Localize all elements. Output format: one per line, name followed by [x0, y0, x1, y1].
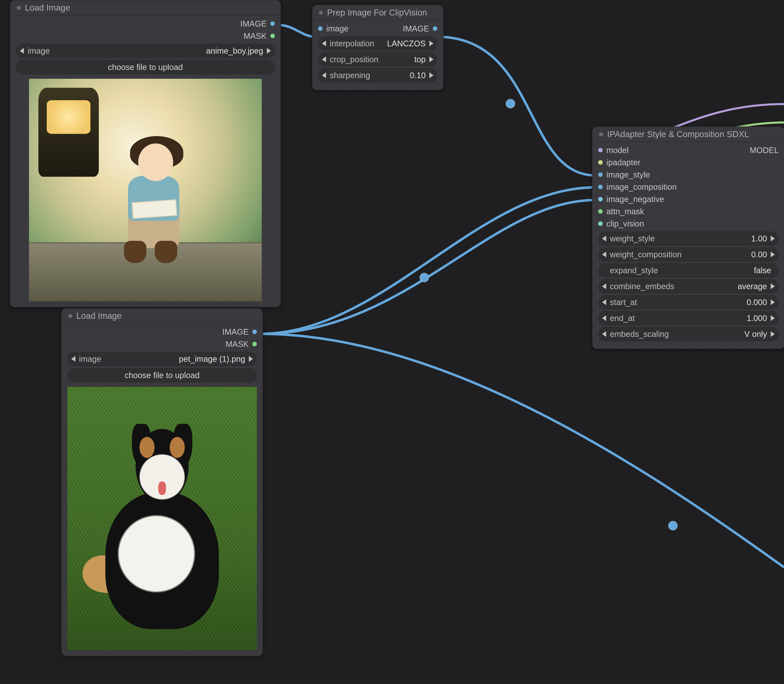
collapse-dot-icon[interactable] [68, 314, 72, 318]
chevron-right-icon[interactable] [771, 284, 775, 289]
svg-point-0 [506, 99, 515, 108]
widget-label: sharpening [330, 71, 370, 80]
node-title[interactable]: Load Image [61, 308, 263, 324]
weight-style-input[interactable]: weight_style 1.00 [598, 231, 779, 246]
chevron-right-icon[interactable] [771, 331, 775, 337]
svg-point-2 [668, 521, 677, 530]
chevron-right-icon[interactable] [771, 315, 775, 321]
node-title[interactable]: IPAdapter Style & Composition SDXL [593, 127, 784, 142]
upload-button[interactable]: choose file to upload [67, 368, 257, 382]
widget-value: anime_boy.jpeg [206, 46, 263, 55]
preview-image [29, 79, 262, 301]
image-selector[interactable]: image anime_boy.jpeg [16, 44, 275, 58]
widget-label: end_at [610, 314, 635, 323]
chevron-left-icon[interactable] [602, 331, 606, 337]
widget-value: 0.000 [747, 298, 767, 307]
chevron-right-icon[interactable] [771, 299, 775, 305]
input-attn-mask[interactable]: attn_mask [598, 205, 677, 218]
node-title[interactable]: Prep Image For ClipVision [312, 5, 443, 20]
crop-position-selector[interactable]: crop_position top [318, 52, 437, 66]
socket-icon[interactable] [598, 197, 603, 202]
input-label: image [326, 24, 349, 33]
button-label: choose file to upload [108, 63, 183, 72]
widget-value: LANCZOS [387, 39, 426, 48]
collapse-dot-icon[interactable] [599, 132, 603, 136]
node-ipadapter-style-composition[interactable]: IPAdapter Style & Composition SDXL model… [592, 126, 784, 349]
node-load-image-1[interactable]: Load Image IMAGE MASK image anime_boy.jp… [10, 0, 281, 307]
chevron-left-icon[interactable] [602, 236, 606, 241]
sharpening-input[interactable]: sharpening 0.10 [318, 68, 437, 82]
chevron-left-icon[interactable] [602, 284, 606, 289]
combine-embeds-selector[interactable]: combine_embeds average [598, 279, 779, 294]
socket-icon[interactable] [598, 173, 603, 177]
end-at-input[interactable]: end_at 1.000 [598, 311, 779, 325]
widget-value: false [754, 266, 771, 275]
image-selector[interactable]: image pet_image (1).png [67, 352, 257, 366]
socket-icon[interactable] [598, 185, 603, 189]
chevron-left-icon[interactable] [602, 299, 606, 305]
embeds-scaling-selector[interactable]: embeds_scaling V only [598, 327, 779, 341]
input-image-style[interactable]: image_style [598, 169, 677, 181]
socket-icon[interactable] [598, 221, 603, 226]
input-label: clip_vision [606, 219, 644, 228]
socket-icon[interactable] [270, 34, 275, 38]
input-ipadapter[interactable]: ipadapter [598, 156, 677, 169]
chevron-right-icon[interactable] [267, 48, 271, 54]
input-clip-vision[interactable]: clip_vision [598, 218, 677, 230]
widget-value: pet_image (1).png [179, 355, 245, 364]
output-label: IMAGE [240, 19, 267, 28]
title-text: IPAdapter Style & Composition SDXL [607, 129, 749, 139]
widget-value: 1.000 [747, 314, 767, 323]
weight-composition-input[interactable]: weight_composition 0.00 [598, 247, 779, 261]
node-load-image-2[interactable]: Load Image IMAGE MASK image pet_image (1… [61, 308, 263, 656]
chevron-left-icon[interactable] [71, 356, 75, 362]
chevron-left-icon[interactable] [20, 48, 24, 54]
chevron-right-icon[interactable] [249, 356, 253, 362]
chevron-left-icon[interactable] [322, 73, 326, 78]
node-prep-image-clipvision[interactable]: Prep Image For ClipVision image IMAGE in… [312, 5, 443, 90]
collapse-dot-icon[interactable] [319, 11, 323, 15]
button-label: choose file to upload [125, 371, 200, 380]
input-model[interactable]: model [598, 144, 677, 156]
socket-icon[interactable] [598, 160, 603, 165]
chevron-right-icon[interactable] [771, 252, 775, 257]
socket-icon[interactable] [598, 148, 603, 152]
output-image[interactable]: IMAGE [67, 326, 257, 338]
input-image-negative[interactable]: image_negative [598, 193, 677, 205]
node-title[interactable]: Load Image [10, 0, 281, 16]
input-image[interactable]: image [318, 23, 349, 35]
chevron-left-icon[interactable] [602, 252, 606, 257]
output-image[interactable]: IMAGE [403, 23, 437, 35]
collapse-dot-icon[interactable] [17, 6, 21, 10]
widget-value: V only [744, 329, 767, 339]
widget-value: average [737, 282, 767, 291]
chevron-right-icon[interactable] [429, 56, 433, 62]
chevron-left-icon[interactable] [322, 40, 326, 46]
socket-icon[interactable] [252, 342, 257, 346]
socket-icon[interactable] [270, 21, 275, 26]
chevron-left-icon[interactable] [322, 56, 326, 62]
widget-label: combine_embeds [610, 282, 674, 291]
input-image-composition[interactable]: image_composition [598, 181, 677, 193]
widget-label: weight_composition [610, 250, 682, 259]
chevron-right-icon[interactable] [429, 73, 433, 78]
socket-icon[interactable] [252, 329, 257, 334]
output-mask[interactable]: MASK [67, 338, 257, 350]
expand-style-toggle[interactable]: expand_style false [598, 263, 779, 277]
chevron-right-icon[interactable] [771, 236, 775, 241]
upload-button[interactable]: choose file to upload [16, 60, 275, 74]
output-image[interactable]: IMAGE [16, 18, 275, 30]
output-model[interactable]: MODEL [750, 144, 779, 156]
socket-icon[interactable] [598, 209, 603, 214]
output-label: IMAGE [403, 24, 429, 33]
output-mask[interactable]: MASK [16, 30, 275, 42]
interpolation-selector[interactable]: interpolation LANCZOS [318, 36, 437, 51]
output-label: MODEL [750, 146, 779, 155]
node-graph-canvas[interactable]: Load Image IMAGE MASK image anime_boy.jp… [0, 0, 784, 684]
chevron-right-icon[interactable] [429, 40, 433, 46]
start-at-input[interactable]: start_at 0.000 [598, 295, 779, 309]
socket-icon[interactable] [318, 26, 323, 31]
chevron-left-icon[interactable] [602, 315, 606, 321]
socket-icon[interactable] [433, 26, 437, 31]
widget-label: interpolation [330, 39, 374, 48]
